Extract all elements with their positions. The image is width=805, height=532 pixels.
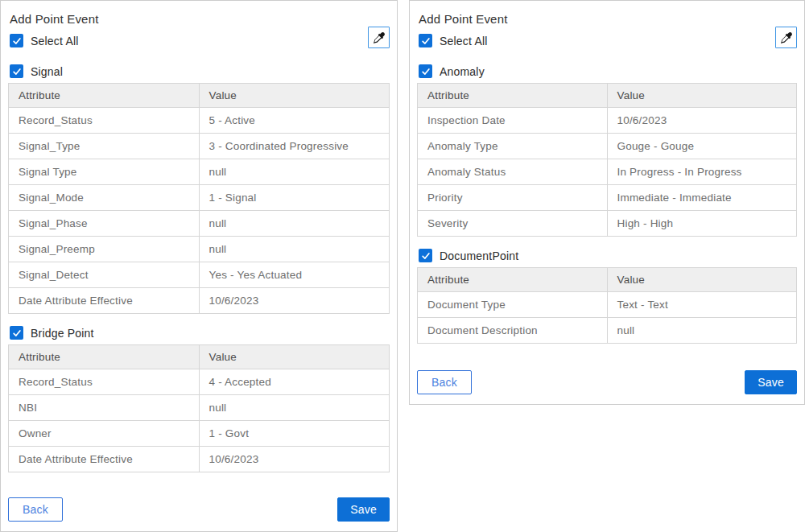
value-cell: 1 - Signal (199, 185, 390, 211)
table-row: Date Attribute Effective 10/6/2023 (9, 288, 390, 314)
eyedropper-button[interactable] (775, 27, 797, 48)
checkmark-icon (12, 67, 22, 76)
sections-container: Anomaly Attribute Value Inspection Date … (417, 64, 797, 356)
sections-container: Signal Attribute Value Record_Status 5 -… (8, 64, 390, 485)
attribute-cell: Signal_Phase (9, 211, 200, 237)
add-point-event-panel: Add Point Event Select All Signal (0, 0, 398, 532)
table-header-row: Attribute Value (9, 345, 390, 369)
checkbox-checked-icon[interactable] (419, 249, 432, 262)
attribute-cell: Record_Status (9, 369, 200, 395)
back-button[interactable]: Back (417, 370, 472, 394)
table-row: Date Attribute Effective 10/6/2023 (9, 447, 390, 472)
attribute-cell: Document Type (418, 292, 608, 318)
table-row: Signal_Type 3 - Coordinated Progressive (9, 134, 390, 159)
eyedropper-icon (373, 31, 386, 44)
attribute-cell: Owner (9, 421, 200, 447)
checkmark-icon (421, 36, 431, 46)
value-cell: Text - Text (607, 292, 797, 318)
value-cell: 10/6/2023 (199, 288, 390, 314)
table-row: Signal_Phase null (9, 211, 390, 237)
column-header-attribute: Attribute (418, 268, 608, 292)
event-layer-section: Anomaly Attribute Value Inspection Date … (417, 64, 797, 237)
select-all-label: Select All (31, 35, 79, 47)
add-point-event-dialogs: Add Point Event Select All Signal (0, 0, 805, 532)
event-layer-section: Signal Attribute Value Record_Status 5 -… (8, 64, 390, 314)
table-row: Record_Status 4 - Accepted (9, 369, 390, 395)
table-row: Owner 1 - Govt (9, 421, 390, 447)
table-row: Document Description null (418, 318, 797, 344)
attribute-cell: Inspection Date (418, 108, 608, 134)
value-cell: 10/6/2023 (199, 447, 390, 472)
attribute-cell: Signal Type (9, 159, 200, 185)
table-row: Priority Immediate - Immediate (418, 185, 797, 211)
table-header-row: Attribute Value (418, 268, 797, 292)
table-body: Inspection Date 10/6/2023 Anomaly Type G… (418, 108, 797, 237)
select-all-checkbox[interactable]: Select All (419, 34, 797, 47)
attribute-cell: Date Attribute Effective (9, 447, 200, 472)
table-body: Record_Status 4 - Accepted NBI null Owne… (9, 369, 390, 472)
value-cell: 4 - Accepted (199, 369, 390, 395)
attribute-table: Attribute Value Record_Status 4 - Accept… (8, 344, 390, 472)
layer-checkbox[interactable]: Signal (10, 64, 390, 78)
save-button[interactable]: Save (337, 497, 390, 522)
value-cell: null (199, 395, 390, 421)
eyedropper-icon (780, 31, 793, 44)
value-cell: 5 - Active (199, 108, 390, 134)
checkbox-checked-icon[interactable] (419, 64, 432, 78)
table-row: Signal_Detect Yes - Yes Actuated (9, 262, 390, 288)
layer-checkbox[interactable]: Bridge Point (10, 326, 390, 340)
attribute-cell: Priority (418, 185, 608, 211)
layer-label: Signal (31, 65, 63, 78)
table-row: Anomaly Status In Progress - In Progress (418, 159, 797, 185)
attribute-cell: Anomaly Status (418, 159, 608, 185)
layer-label: DocumentPoint (440, 250, 518, 262)
attribute-cell: Signal_Preemp (9, 237, 200, 262)
event-layer-section: DocumentPoint Attribute Value Document T… (417, 249, 797, 344)
checkbox-checked-icon[interactable] (10, 34, 23, 47)
column-header-attribute: Attribute (9, 84, 200, 108)
checkmark-icon (12, 36, 22, 46)
value-cell: null (607, 318, 797, 344)
save-button[interactable]: Save (745, 370, 797, 394)
value-cell: High - High (607, 211, 797, 237)
event-layer-section: Bridge Point Attribute Value Record_Stat… (8, 326, 390, 472)
layer-checkbox[interactable]: DocumentPoint (419, 249, 797, 262)
column-header-value: Value (199, 84, 390, 108)
value-cell: In Progress - In Progress (607, 159, 797, 185)
checkmark-icon (421, 251, 431, 261)
table-row: Signal_Mode 1 - Signal (9, 185, 390, 211)
attribute-table: Attribute Value Record_Status 5 - Active… (8, 83, 390, 314)
select-all-checkbox[interactable]: Select All (10, 34, 390, 47)
panel-title: Add Point Event (419, 12, 797, 26)
table-row: Signal Type null (9, 159, 390, 185)
value-cell: Yes - Yes Actuated (199, 262, 390, 288)
column-header-attribute: Attribute (418, 84, 608, 108)
attribute-cell: Record_Status (9, 108, 200, 134)
attribute-cell: Severity (418, 211, 608, 237)
panel-title: Add Point Event (10, 12, 390, 26)
attribute-cell: Signal_Mode (9, 185, 200, 211)
checkmark-icon (421, 67, 431, 76)
checkbox-checked-icon[interactable] (419, 34, 432, 47)
value-cell: null (199, 159, 390, 185)
attribute-cell: NBI (9, 395, 200, 421)
value-cell: 3 - Coordinated Progressive (199, 134, 390, 159)
value-cell: 10/6/2023 (607, 108, 797, 134)
table-body: Document Type Text - Text Document Descr… (418, 292, 797, 344)
checkbox-checked-icon[interactable] (10, 64, 23, 78)
attribute-table: Attribute Value Document Type Text - Tex… (417, 267, 797, 344)
table-row: NBI null (9, 395, 390, 421)
attribute-table: Attribute Value Inspection Date 10/6/202… (417, 83, 797, 237)
eyedropper-button[interactable] (368, 27, 390, 48)
attribute-cell: Signal_Type (9, 134, 200, 159)
attribute-cell: Document Description (418, 318, 608, 344)
panel-footer: Back Save (417, 370, 797, 394)
table-row: Anomaly Type Gouge - Gouge (418, 134, 797, 159)
back-button[interactable]: Back (8, 497, 63, 522)
checkbox-checked-icon[interactable] (10, 326, 23, 340)
layer-checkbox[interactable]: Anomaly (419, 64, 797, 78)
value-cell: null (199, 237, 390, 262)
table-row: Signal_Preemp null (9, 237, 390, 262)
column-header-attribute: Attribute (9, 345, 200, 369)
checkmark-icon (12, 328, 22, 338)
